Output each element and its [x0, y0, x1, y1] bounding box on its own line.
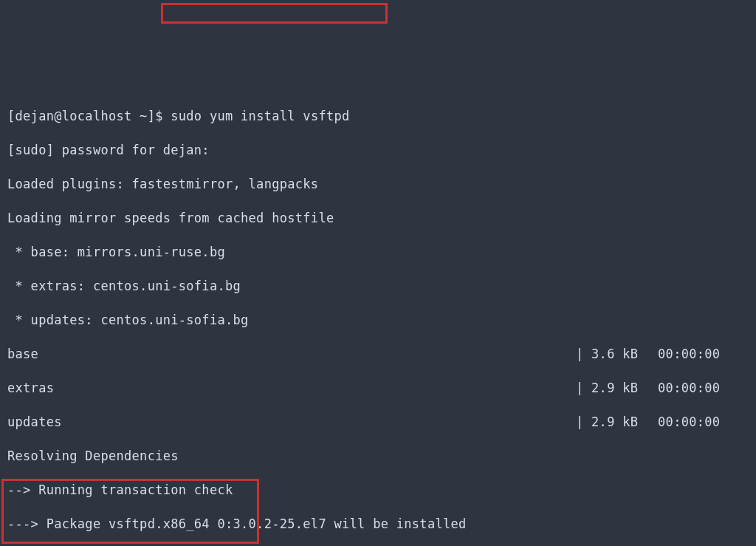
command-text: sudo yum install vsftpd: [171, 109, 349, 123]
repo-time: 00:00:00: [642, 380, 720, 397]
repo-time: 00:00:00: [642, 414, 720, 431]
repo-row: base| 3.6 kB 00:00:00: [7, 346, 750, 363]
repo-row: extras| 2.9 kB 00:00:00: [7, 380, 750, 397]
repo-row: updates| 2.9 kB 00:00:00: [7, 414, 750, 431]
repo-name: base: [7, 346, 576, 363]
prompt-line: [dejan@localhost ~]$ sudo yum install vs…: [7, 108, 750, 125]
mirror-extras-line: * extras: centos.uni-sofia.bg: [7, 278, 750, 295]
repo-name: extras: [7, 380, 576, 397]
mirror-updates-line: * updates: centos.uni-sofia.bg: [7, 312, 750, 329]
transaction-check-line: --> Running transaction check: [7, 482, 750, 499]
repo-size: | 2.9 kB: [576, 380, 642, 397]
command-highlight-box: [161, 3, 388, 24]
package-install-line: ---> Package vsftpd.x86_64 0:3.0.2-25.el…: [7, 516, 750, 533]
terminal-window[interactable]: [dejan@localhost ~]$ sudo yum install vs…: [0, 0, 756, 546]
loading-mirrors-line: Loading mirror speeds from cached hostfi…: [7, 210, 750, 227]
resolving-deps-line: Resolving Dependencies: [7, 448, 750, 465]
repo-size: | 2.9 kB: [576, 414, 642, 431]
repo-name: updates: [7, 414, 576, 431]
mirror-base-line: * base: mirrors.uni-ruse.bg: [7, 244, 750, 261]
repo-size: | 3.6 kB: [576, 346, 642, 363]
sudo-password-line: [sudo] password for dejan:: [7, 142, 750, 159]
repo-time: 00:00:00: [642, 346, 720, 363]
prompt-userhost: [dejan@localhost ~]$: [7, 109, 163, 123]
loaded-plugins-line: Loaded plugins: fastestmirror, langpacks: [7, 176, 750, 193]
